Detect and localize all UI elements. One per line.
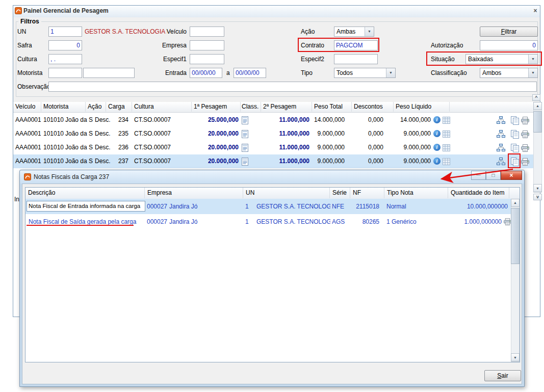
notes-icon[interactable] — [511, 158, 519, 166]
tree-icon[interactable] — [497, 130, 505, 138]
info-panel-label: In — [14, 196, 19, 203]
veiculo-input[interactable] — [190, 27, 224, 37]
window-title: Painel Gerencial de Pesagem — [23, 7, 109, 14]
motorista-input-2[interactable] — [83, 68, 135, 78]
tree-icon[interactable] — [497, 144, 505, 151]
col-acao[interactable]: Ação — [86, 102, 106, 112]
print-icon[interactable] — [521, 158, 529, 166]
especif2-input[interactable] — [334, 54, 378, 64]
cell-pesagem2: 11.000,000 — [263, 127, 309, 141]
un-label: UN — [17, 28, 26, 36]
grid-header: Veículo Motorista Ação Carga Cultura 1ª … — [13, 102, 533, 113]
class-doc-icon[interactable] — [242, 144, 248, 152]
info-icon[interactable]: i — [433, 130, 441, 137]
notes-icon[interactable] — [511, 116, 519, 125]
col-motorista[interactable]: Motorista — [41, 102, 86, 112]
info-icon[interactable]: i — [433, 144, 441, 151]
col-empresa[interactable]: Empresa — [145, 188, 243, 198]
print-icon[interactable] — [521, 117, 529, 124]
table-icon[interactable] — [443, 144, 450, 151]
print-icon[interactable] — [504, 218, 511, 225]
expand-panel-icon[interactable]: v — [533, 194, 542, 200]
col-class[interactable]: Class. — [241, 102, 261, 112]
cell-peso-total: 14.000,000 — [314, 113, 345, 127]
col-pesagem2[interactable]: 2ª Pesagem — [261, 102, 312, 112]
acao-dropdown[interactable]: Ambas ▼ — [334, 27, 374, 37]
classificacao-dropdown[interactable]: Ambos ▼ — [480, 68, 538, 78]
tree-icon[interactable] — [497, 116, 505, 124]
cell-un-nome: GESTOR S.A. TECNOLOGIA I — [256, 199, 330, 214]
col-veiculo[interactable]: Veículo — [13, 102, 41, 112]
col-un[interactable]: UN — [243, 188, 330, 198]
col-pesagem1[interactable]: 1ª Pesagem — [192, 102, 241, 112]
cultura-input[interactable] — [48, 54, 82, 64]
cell-peso-total: 9.000,000 — [314, 127, 345, 141]
notes-icon[interactable] — [511, 144, 519, 152]
tipo-dropdown[interactable]: Todos ▼ — [334, 68, 396, 78]
maximize-icon[interactable]: □ — [486, 171, 501, 180]
acao-dropdown-value: Ambas — [336, 28, 355, 35]
sair-button[interactable]: Sair — [484, 370, 521, 381]
col-peso-liquido[interactable]: Peso Líquido — [394, 102, 450, 112]
cell-cultura: CT.SO.00007 — [134, 127, 191, 141]
class-doc-icon[interactable] — [242, 130, 248, 138]
scroll-up-icon[interactable]: ▲ — [533, 102, 542, 110]
col-quantidade[interactable]: Quantidade do Item — [448, 188, 509, 198]
class-doc-icon[interactable] — [242, 158, 248, 166]
empresa-input[interactable] — [190, 40, 224, 50]
situacao-dropdown-value: Baixadas — [468, 56, 493, 63]
entrada-from-input[interactable] — [190, 68, 222, 78]
col-cultura[interactable]: Cultura — [132, 102, 192, 112]
info-icon[interactable]: i — [433, 116, 441, 123]
info-icon[interactable]: i — [433, 158, 441, 165]
print-icon[interactable] — [521, 144, 529, 152]
grid-row[interactable]: AAA0001 101010 João da S Desc. 236 CT.SO… — [13, 141, 533, 154]
table-icon[interactable] — [443, 130, 450, 138]
print-icon[interactable] — [521, 130, 529, 138]
safra-input[interactable] — [48, 40, 82, 50]
chevron-down-icon: ▼ — [386, 68, 395, 77]
un-input[interactable] — [48, 27, 82, 37]
info-icon-glyph: i — [433, 116, 441, 123]
cell-quantidade: 1.000,000000 — [433, 214, 502, 229]
dialog-row-selected[interactable]: Nota Fiscal de Entrada informada na carg… — [25, 199, 511, 214]
col-nf[interactable]: NF — [350, 188, 384, 198]
motorista-input-1[interactable] — [48, 68, 82, 78]
dialog-row[interactable]: Nota Fiscal de Saída gerada pela carga 0… — [25, 214, 511, 229]
dialog-close-icon[interactable]: × — [501, 171, 522, 180]
grid-row[interactable]: AAA0001 101010 João da S Desc. 234 CT.SO… — [13, 113, 533, 127]
grid-scrollbar-thumb[interactable] — [533, 111, 542, 133]
grid-row[interactable]: AAA0001 101010 João da S Desc. 235 CT.SO… — [13, 127, 533, 141]
scroll-down-icon[interactable]: ▼ — [511, 353, 520, 361]
tree-icon[interactable] — [497, 158, 505, 165]
classificacao-label: Classificação — [431, 69, 467, 77]
col-descontos[interactable]: Descontos — [352, 102, 394, 112]
scroll-down-icon[interactable]: ▼ — [533, 184, 542, 192]
close-icon[interactable]: × — [531, 6, 540, 15]
table-icon[interactable] — [443, 158, 450, 165]
minimize-icon[interactable]: — — [471, 171, 486, 180]
col-descricao[interactable]: Descrição — [25, 188, 145, 198]
situacao-dropdown[interactable]: Baixadas ▼ — [465, 54, 538, 64]
filtrar-button[interactable]: Filtrar — [480, 27, 538, 37]
cell-descontos: 0,000 — [354, 127, 383, 141]
contrato-input[interactable] — [334, 40, 378, 50]
cell-descricao-editor[interactable]: Nota Fiscal de Entrada informada na carg… — [27, 201, 145, 212]
dialog-scrollbar-thumb[interactable] — [511, 208, 520, 264]
table-icon[interactable] — [443, 117, 450, 124]
notes-icon[interactable] — [511, 130, 519, 139]
entrada-to-input[interactable] — [234, 68, 266, 78]
especif1-input[interactable] — [190, 54, 224, 64]
dialog-table-header: Descrição Empresa UN Série NF Tipo Nota … — [25, 188, 520, 199]
chevron-down-icon: ▼ — [528, 68, 537, 77]
col-tipo-nota[interactable]: Tipo Nota — [384, 188, 448, 198]
col-carga[interactable]: Carga — [106, 102, 132, 112]
observacao-input[interactable] — [48, 82, 537, 92]
class-doc-icon[interactable] — [242, 116, 248, 124]
scroll-up-icon[interactable]: ▲ — [511, 199, 520, 207]
collapse-panel-icon[interactable]: ^ — [532, 94, 540, 101]
col-peso-total[interactable]: Peso Total — [312, 102, 352, 112]
grid-row-selected[interactable]: AAA0001 101010 João da S Desc. 237 CT.SO… — [13, 154, 533, 168]
col-serie[interactable]: Série — [330, 188, 350, 198]
autorizacao-input[interactable] — [480, 40, 538, 50]
